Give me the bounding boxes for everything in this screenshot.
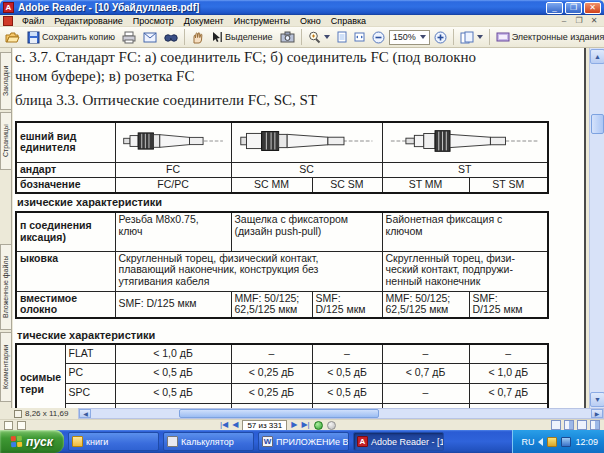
menu-window[interactable]: Окно <box>295 16 326 26</box>
save-icon <box>27 31 40 44</box>
next-page-button[interactable]: ▶ <box>291 421 297 429</box>
fit-page-button[interactable] <box>334 29 350 45</box>
tab-bookmarks[interactable]: Закладки <box>0 52 11 110</box>
taskbar-button-word-document[interactable]: W ПРИЛОЖЕНИе В - M... <box>258 432 349 451</box>
windows-taskbar: пуск книги Калькулятор W ПРИЛОЖЕНИе В - … <box>0 430 604 453</box>
vertical-scrollbar[interactable]: ▲ ▼ <box>589 48 604 408</box>
continuous-layout-button[interactable] <box>564 420 574 430</box>
single-page-layout-button[interactable] <box>551 420 561 430</box>
zoom-out-button[interactable] <box>369 29 388 46</box>
loss-value: < 0,5 дБ <box>312 383 382 403</box>
tray-icon-1[interactable] <box>547 437 557 447</box>
page-size-icon <box>14 410 22 418</box>
zoom-in-button[interactable] <box>431 29 450 46</box>
digital-editions-button[interactable]: Электронные издания <box>493 29 604 45</box>
first-page-button[interactable]: |◀ <box>220 421 228 429</box>
snapshot-button[interactable] <box>277 29 298 45</box>
menu-edit[interactable]: Редактирование <box>49 16 128 26</box>
menu-view[interactable]: Просмотр <box>128 16 179 26</box>
physical-characteristics-block: п соединения иксация) Резьба М8х0.75, кл… <box>15 211 549 319</box>
open-button[interactable] <box>2 29 23 46</box>
row-label-connection-type: п соединения иксация) <box>16 212 115 251</box>
start-button[interactable]: пуск <box>0 430 64 453</box>
save-copy-label: Сохранить копию <box>42 32 115 42</box>
adobe-reader-icon: A <box>357 436 368 447</box>
row-label-insertion-loss: осимые тери <box>16 344 65 408</box>
adobe-reader-app-icon: A <box>3 2 14 13</box>
previous-view-button[interactable] <box>314 421 323 430</box>
last-page-button[interactable]: ▶| <box>301 421 309 429</box>
loss-type: FLAT <box>65 344 115 363</box>
menu-document[interactable]: Документ <box>179 16 229 26</box>
email-button[interactable] <box>140 29 160 45</box>
row-label-mating: ыковка <box>16 251 115 291</box>
restore-button[interactable]: ❐ <box>565 2 582 14</box>
scroll-down-button[interactable]: ▼ <box>590 392 604 407</box>
toolbar: Сохранить копию Выделение <box>0 27 604 48</box>
select-tool-button[interactable]: Выделение <box>208 29 276 45</box>
vertical-scroll-thumb[interactable] <box>591 114 604 134</box>
doc-restore-button[interactable]: ❐ <box>573 16 585 25</box>
designation-stsm: ST SM <box>469 177 548 193</box>
windows-flag-icon <box>11 435 24 448</box>
status-page-icon[interactable] <box>4 421 13 430</box>
title-bar: A Adobe Reader - [10 Убайдуллаев.pdf] _ … <box>0 0 604 15</box>
taskbar-button-books[interactable]: книги <box>68 432 159 451</box>
tab-comments[interactable]: Комментарии <box>0 332 11 402</box>
open-folder-icon <box>5 31 20 44</box>
previous-page-button[interactable]: ◀ <box>232 421 238 429</box>
hide-icons-chevron[interactable] <box>538 438 543 446</box>
tray-icon-2[interactable] <box>561 437 571 447</box>
taskbar-button-adobe-reader[interactable]: A Adobe Reader - [10 ... <box>353 432 444 451</box>
next-view-button[interactable] <box>327 421 336 430</box>
continuous-facing-layout-button[interactable] <box>590 420 600 430</box>
status-bar: |◀ ◀ 57 из 331 ▶ ▶| <box>0 419 604 430</box>
search-button[interactable] <box>161 29 181 45</box>
menu-file[interactable]: Файл <box>17 16 49 26</box>
hand-tool-button[interactable] <box>188 29 207 46</box>
tab-attachments[interactable]: Вложенные файлы <box>0 244 11 330</box>
fit-width-button[interactable] <box>351 29 368 45</box>
connection-st: Байонетная фиксация с ключом <box>382 212 548 251</box>
folder-icon <box>72 436 83 447</box>
minimize-button[interactable]: _ <box>546 2 563 14</box>
language-indicator[interactable]: RU <box>521 437 534 447</box>
horizontal-scroll-thumb[interactable] <box>179 409 379 418</box>
document-view[interactable]: с. 3.7. Стандарт FC: а) соединитель FC; … <box>13 48 588 408</box>
start-label: пуск <box>26 435 53 449</box>
connection-sc: Защелка с фиксатором (дизайн push-pull) <box>231 212 382 251</box>
horizontal-scrollbar[interactable]: ◀ ▶ <box>78 408 604 419</box>
scroll-left-button[interactable]: ◀ <box>79 409 91 418</box>
zoom-level-combobox[interactable]: 150% <box>389 30 430 45</box>
menu-bar: Файл Редактирование Просмотр Документ Ин… <box>0 15 604 27</box>
clock[interactable]: 12:09 <box>575 437 598 447</box>
close-button[interactable]: ✕ <box>584 2 601 14</box>
menu-tools[interactable]: Инструменты <box>229 16 295 26</box>
scroll-right-button[interactable]: ▶ <box>591 409 603 418</box>
scroll-up-button[interactable]: ▲ <box>590 49 604 64</box>
print-button[interactable] <box>119 29 139 46</box>
email-icon <box>143 31 157 43</box>
doc-close-button[interactable]: ✕ <box>588 16 600 25</box>
status-pane-icon[interactable] <box>17 421 26 430</box>
save-copy-button[interactable]: Сохранить копию <box>24 29 118 46</box>
taskbar-button-label: Adobe Reader - [10 ... <box>371 437 444 447</box>
digital-editions-label: Электронные издания <box>512 32 604 42</box>
row-label-appearance: ешний вид единителя <box>16 122 115 162</box>
page-number-field[interactable]: 57 из 331 <box>242 420 287 431</box>
page-display-button[interactable] <box>457 29 486 46</box>
zoom-tool-button[interactable] <box>305 29 333 46</box>
mating-fc-sc: Скругленный торец, физический контакт, п… <box>115 251 382 291</box>
taskbar-button-label: Калькулятор <box>181 437 234 447</box>
st-connector-cell <box>382 122 548 162</box>
taskbar-button-calculator[interactable]: Калькулятор <box>163 432 254 451</box>
mating-st: Скругленный торец, физи- ческий контакт,… <box>382 251 548 291</box>
zoom-tool-dropdown-arrow <box>324 35 330 39</box>
doc-minimize-button[interactable]: – <box>558 16 570 25</box>
facing-layout-button[interactable] <box>577 420 587 430</box>
menu-help[interactable]: Справка <box>326 16 371 26</box>
tab-pages[interactable]: Страницы <box>0 112 11 170</box>
figure-caption-line1: с. 3.7. Стандарт FC: а) соединитель FC; … <box>15 49 476 66</box>
toolbar-separator <box>453 29 454 45</box>
connection-fc: Резьба М8х0.75, ключ <box>115 212 231 251</box>
